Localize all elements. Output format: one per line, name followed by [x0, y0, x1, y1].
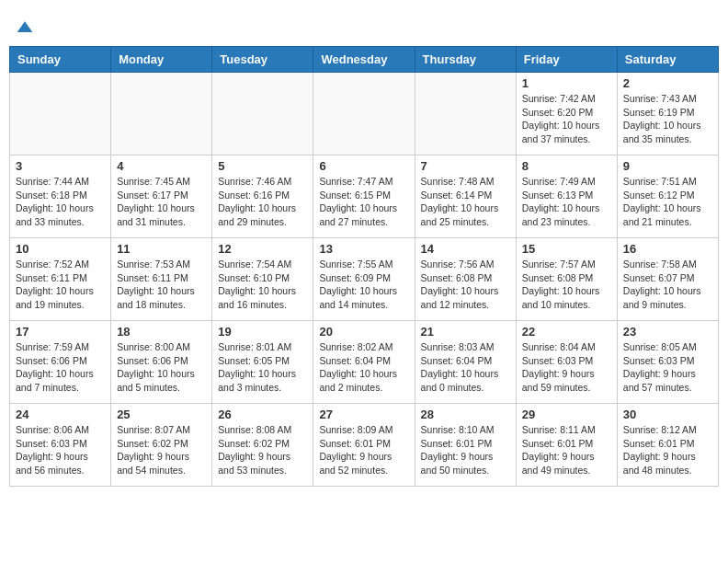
day-info: Sunrise: 7:53 AM Sunset: 6:11 PM Dayligh…	[117, 258, 206, 312]
day-cell: 3Sunrise: 7:44 AM Sunset: 6:18 PM Daylig…	[10, 155, 111, 238]
day-info: Sunrise: 7:58 AM Sunset: 6:07 PM Dayligh…	[623, 258, 712, 312]
day-info: Sunrise: 8:12 AM Sunset: 6:01 PM Dayligh…	[623, 423, 712, 477]
day-info: Sunrise: 7:51 AM Sunset: 6:12 PM Dayligh…	[623, 175, 712, 229]
day-cell: 21Sunrise: 8:03 AM Sunset: 6:04 PM Dayli…	[415, 321, 516, 404]
day-info: Sunrise: 8:11 AM Sunset: 6:01 PM Dayligh…	[522, 423, 611, 477]
day-cell: 24Sunrise: 8:06 AM Sunset: 6:03 PM Dayli…	[10, 404, 111, 487]
day-cell: 23Sunrise: 8:05 AM Sunset: 6:03 PM Dayli…	[617, 321, 718, 404]
day-cell	[415, 73, 516, 155]
day-info: Sunrise: 7:45 AM Sunset: 6:17 PM Dayligh…	[117, 175, 206, 229]
day-cell: 11Sunrise: 7:53 AM Sunset: 6:11 PM Dayli…	[111, 238, 212, 321]
day-info: Sunrise: 8:10 AM Sunset: 6:01 PM Dayligh…	[421, 423, 510, 477]
day-info: Sunrise: 7:48 AM Sunset: 6:14 PM Dayligh…	[421, 175, 510, 229]
day-cell: 5Sunrise: 7:46 AM Sunset: 6:16 PM Daylig…	[212, 155, 313, 238]
day-number: 16	[623, 242, 712, 256]
week-row-3: 17Sunrise: 7:59 AM Sunset: 6:06 PM Dayli…	[10, 321, 719, 404]
weekday-wednesday: Wednesday	[313, 47, 415, 73]
day-number: 7	[421, 159, 510, 173]
day-number: 11	[117, 242, 206, 256]
week-row-2: 10Sunrise: 7:52 AM Sunset: 6:11 PM Dayli…	[10, 238, 719, 321]
day-number: 4	[117, 159, 206, 173]
day-cell: 29Sunrise: 8:11 AM Sunset: 6:01 PM Dayli…	[516, 404, 617, 487]
day-cell: 2Sunrise: 7:43 AM Sunset: 6:19 PM Daylig…	[617, 73, 718, 155]
day-info: Sunrise: 7:43 AM Sunset: 6:19 PM Dayligh…	[623, 92, 712, 146]
day-cell: 12Sunrise: 7:54 AM Sunset: 6:10 PM Dayli…	[212, 238, 313, 321]
day-info: Sunrise: 7:54 AM Sunset: 6:10 PM Dayligh…	[218, 258, 307, 312]
day-number: 3	[16, 159, 105, 173]
day-info: Sunrise: 7:47 AM Sunset: 6:15 PM Dayligh…	[319, 175, 408, 229]
day-number: 6	[319, 159, 408, 173]
day-info: Sunrise: 7:56 AM Sunset: 6:08 PM Dayligh…	[421, 258, 510, 312]
day-info: Sunrise: 7:42 AM Sunset: 6:20 PM Dayligh…	[522, 92, 611, 146]
weekday-friday: Friday	[516, 47, 617, 73]
day-info: Sunrise: 8:03 AM Sunset: 6:04 PM Dayligh…	[421, 340, 510, 395]
svg-marker-0	[17, 21, 33, 32]
day-info: Sunrise: 8:05 AM Sunset: 6:03 PM Dayligh…	[623, 340, 712, 395]
day-cell: 4Sunrise: 7:45 AM Sunset: 6:17 PM Daylig…	[111, 155, 212, 238]
day-number: 22	[522, 325, 611, 339]
day-number: 27	[319, 408, 408, 421]
day-cell: 26Sunrise: 8:08 AM Sunset: 6:02 PM Dayli…	[212, 404, 313, 487]
day-number: 23	[623, 325, 712, 339]
day-cell	[111, 73, 212, 155]
day-info: Sunrise: 7:46 AM Sunset: 6:16 PM Dayligh…	[218, 175, 307, 229]
day-cell	[313, 73, 415, 155]
day-info: Sunrise: 8:09 AM Sunset: 6:01 PM Dayligh…	[319, 423, 408, 477]
day-cell: 27Sunrise: 8:09 AM Sunset: 6:01 PM Dayli…	[313, 404, 415, 487]
day-info: Sunrise: 7:44 AM Sunset: 6:18 PM Dayligh…	[16, 175, 105, 229]
day-number: 13	[319, 242, 408, 256]
day-cell	[10, 73, 111, 155]
day-number: 9	[623, 159, 712, 173]
day-number: 15	[522, 242, 611, 256]
day-number: 25	[117, 408, 206, 421]
day-cell: 9Sunrise: 7:51 AM Sunset: 6:12 PM Daylig…	[617, 155, 718, 238]
weekday-thursday: Thursday	[415, 47, 516, 73]
day-info: Sunrise: 7:52 AM Sunset: 6:11 PM Dayligh…	[16, 258, 105, 312]
day-cell: 13Sunrise: 7:55 AM Sunset: 6:09 PM Dayli…	[313, 238, 415, 321]
day-number: 5	[218, 159, 307, 173]
day-number: 10	[16, 242, 105, 256]
day-cell: 7Sunrise: 7:48 AM Sunset: 6:14 PM Daylig…	[415, 155, 516, 238]
logo	[18, 18, 34, 37]
page-header	[9, 9, 719, 41]
day-info: Sunrise: 8:02 AM Sunset: 6:04 PM Dayligh…	[319, 340, 408, 395]
day-cell: 25Sunrise: 8:07 AM Sunset: 6:02 PM Dayli…	[111, 404, 212, 487]
day-info: Sunrise: 7:55 AM Sunset: 6:09 PM Dayligh…	[319, 258, 408, 312]
day-info: Sunrise: 8:00 AM Sunset: 6:06 PM Dayligh…	[117, 340, 206, 395]
day-number: 24	[16, 408, 105, 421]
day-info: Sunrise: 7:57 AM Sunset: 6:08 PM Dayligh…	[522, 258, 611, 312]
day-number: 19	[218, 325, 307, 339]
day-cell: 28Sunrise: 8:10 AM Sunset: 6:01 PM Dayli…	[415, 404, 516, 487]
day-cell: 14Sunrise: 7:56 AM Sunset: 6:08 PM Dayli…	[415, 238, 516, 321]
calendar-body: 1Sunrise: 7:42 AM Sunset: 6:20 PM Daylig…	[10, 73, 719, 487]
week-row-4: 24Sunrise: 8:06 AM Sunset: 6:03 PM Dayli…	[10, 404, 719, 487]
day-number: 26	[218, 408, 307, 421]
day-number: 8	[522, 159, 611, 173]
day-cell: 10Sunrise: 7:52 AM Sunset: 6:11 PM Dayli…	[10, 238, 111, 321]
day-number: 17	[16, 325, 105, 339]
weekday-sunday: Sunday	[10, 47, 111, 73]
weekday-tuesday: Tuesday	[212, 47, 313, 73]
day-cell: 18Sunrise: 8:00 AM Sunset: 6:06 PM Dayli…	[111, 321, 212, 404]
day-cell	[212, 73, 313, 155]
day-info: Sunrise: 7:59 AM Sunset: 6:06 PM Dayligh…	[16, 340, 105, 395]
day-cell: 17Sunrise: 7:59 AM Sunset: 6:06 PM Dayli…	[10, 321, 111, 404]
day-number: 29	[522, 408, 611, 421]
day-number: 1	[522, 76, 611, 90]
day-cell: 6Sunrise: 7:47 AM Sunset: 6:15 PM Daylig…	[313, 155, 415, 238]
day-number: 14	[421, 242, 510, 256]
calendar: SundayMondayTuesdayWednesdayThursdayFrid…	[9, 46, 719, 487]
weekday-saturday: Saturday	[617, 47, 718, 73]
logo-icon	[16, 18, 34, 37]
day-info: Sunrise: 8:01 AM Sunset: 6:05 PM Dayligh…	[218, 340, 307, 395]
day-info: Sunrise: 8:07 AM Sunset: 6:02 PM Dayligh…	[117, 423, 206, 477]
day-info: Sunrise: 8:06 AM Sunset: 6:03 PM Dayligh…	[16, 423, 105, 477]
day-number: 30	[623, 408, 712, 421]
day-cell: 20Sunrise: 8:02 AM Sunset: 6:04 PM Dayli…	[313, 321, 415, 404]
day-info: Sunrise: 7:49 AM Sunset: 6:13 PM Dayligh…	[522, 175, 611, 229]
day-number: 20	[319, 325, 408, 339]
weekday-monday: Monday	[111, 47, 212, 73]
week-row-0: 1Sunrise: 7:42 AM Sunset: 6:20 PM Daylig…	[10, 73, 719, 155]
day-cell: 1Sunrise: 7:42 AM Sunset: 6:20 PM Daylig…	[516, 73, 617, 155]
day-number: 18	[117, 325, 206, 339]
